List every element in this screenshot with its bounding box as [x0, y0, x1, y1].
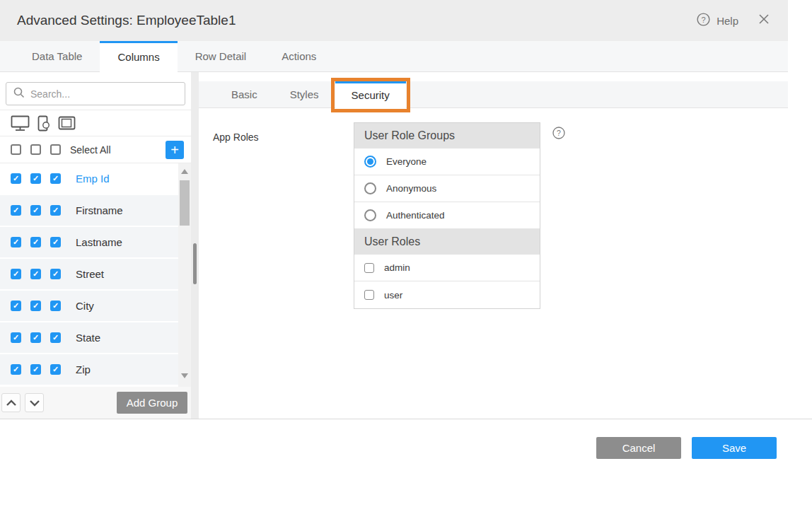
- tab-basic[interactable]: Basic: [215, 81, 274, 107]
- column-row-lastname[interactable]: Lastname: [0, 227, 178, 257]
- column-list-scrollbar[interactable]: [178, 163, 191, 387]
- column-row-state[interactable]: State: [0, 322, 178, 353]
- desktop-checkbox[interactable]: [11, 301, 21, 311]
- phone-checkbox[interactable]: [30, 364, 41, 375]
- dialog-body: Select All Emp Id Firstname: [0, 72, 788, 419]
- role-option-label: user: [384, 290, 402, 301]
- columns-panel-footer: Add Group: [0, 387, 191, 419]
- close-icon: [758, 13, 770, 28]
- tab-actions[interactable]: Actions: [264, 41, 334, 71]
- role-option-authenticated[interactable]: Authenticated: [354, 202, 540, 229]
- desktop-checkbox[interactable]: [11, 269, 21, 279]
- role-option-user[interactable]: user: [354, 281, 540, 308]
- role-option-label: Everyone: [386, 156, 427, 167]
- phone-checkbox[interactable]: [30, 301, 41, 311]
- tab-styles[interactable]: Styles: [274, 81, 335, 107]
- select-all-row: Select All: [0, 136, 191, 163]
- select-all-phone-checkbox[interactable]: [30, 144, 41, 155]
- columns-panel: Select All Emp Id Firstname: [0, 72, 191, 419]
- column-row-street[interactable]: Street: [0, 259, 178, 289]
- column-name[interactable]: Emp Id: [76, 173, 110, 185]
- authenticated-radio[interactable]: [364, 209, 376, 221]
- column-name[interactable]: City: [76, 300, 94, 312]
- select-all-desktop-checkbox[interactable]: [11, 144, 21, 155]
- tablet-checkbox[interactable]: [50, 332, 61, 343]
- column-name[interactable]: Firstname: [76, 204, 123, 216]
- role-option-anonymous[interactable]: Anonymous: [354, 175, 540, 202]
- main-tab-bar: Data Table Columns Row Detail Actions: [0, 41, 788, 72]
- scroll-down-icon[interactable]: [181, 373, 188, 378]
- app-roles-help-button[interactable]: ?: [552, 127, 565, 309]
- phone-checkbox[interactable]: [30, 173, 41, 184]
- column-row-city[interactable]: City: [0, 291, 178, 321]
- tablet-checkbox[interactable]: [50, 301, 61, 311]
- desktop-checkbox[interactable]: [11, 205, 21, 216]
- tablet-icon[interactable]: [58, 116, 76, 130]
- add-group-button[interactable]: Add Group: [117, 392, 187, 414]
- phone-checkbox[interactable]: [30, 237, 41, 247]
- panel-scrollbar[interactable]: [191, 72, 199, 419]
- search-section: [0, 72, 191, 110]
- select-all-tablet-checkbox[interactable]: [50, 144, 61, 155]
- scrollbar-thumb[interactable]: [180, 180, 190, 226]
- role-option-label: Authenticated: [386, 210, 445, 221]
- anonymous-radio[interactable]: [364, 182, 376, 194]
- column-list: Emp Id Firstname Lastname: [0, 163, 191, 387]
- desktop-icon[interactable]: [11, 115, 30, 132]
- search-icon: [13, 87, 25, 101]
- move-down-button[interactable]: [25, 393, 44, 412]
- select-all-label: Select All: [70, 144, 111, 156]
- user-role-groups-header: User Role Groups: [354, 123, 540, 148]
- user-checkbox[interactable]: [364, 290, 374, 300]
- tab-data-table[interactable]: Data Table: [14, 41, 100, 71]
- tablet-checkbox[interactable]: [50, 205, 61, 216]
- column-name[interactable]: State: [76, 332, 100, 344]
- move-up-button[interactable]: [1, 393, 21, 412]
- everyone-radio[interactable]: [364, 156, 376, 168]
- desktop-checkbox[interactable]: [11, 364, 21, 375]
- phone-checkbox[interactable]: [30, 332, 41, 343]
- help-button[interactable]: ? Help: [697, 13, 738, 28]
- sub-tab-bar: Basic Styles Security: [199, 81, 788, 108]
- role-option-everyone[interactable]: Everyone: [354, 148, 540, 175]
- dialog-header: Advanced Settings: EmployeeTable1 ? Help: [0, 0, 788, 41]
- tab-row-detail[interactable]: Row Detail: [178, 41, 265, 71]
- tablet-checkbox[interactable]: [50, 364, 61, 375]
- close-button[interactable]: [758, 13, 770, 28]
- save-button[interactable]: Save: [692, 437, 777, 459]
- scroll-up-icon[interactable]: [181, 169, 188, 174]
- tablet-checkbox[interactable]: [50, 269, 61, 279]
- role-option-label: admin: [384, 262, 410, 273]
- phone-checkbox[interactable]: [30, 269, 41, 279]
- add-column-button[interactable]: [166, 141, 184, 159]
- tablet-checkbox[interactable]: [50, 173, 61, 184]
- desktop-checkbox[interactable]: [11, 173, 21, 184]
- panel-scrollbar-thumb[interactable]: [193, 243, 197, 284]
- column-row-emp-id[interactable]: Emp Id: [0, 163, 178, 194]
- tab-columns[interactable]: Columns: [100, 41, 177, 72]
- desktop-checkbox[interactable]: [11, 332, 21, 343]
- footer-divider: [0, 419, 812, 419]
- admin-checkbox[interactable]: [364, 263, 374, 273]
- cancel-button[interactable]: Cancel: [596, 437, 681, 459]
- user-roles-header: User Roles: [354, 229, 540, 255]
- search-box: [6, 82, 185, 105]
- phone-checkbox[interactable]: [30, 205, 41, 216]
- column-row-zip[interactable]: Zip: [0, 354, 178, 385]
- role-option-admin[interactable]: admin: [354, 255, 540, 281]
- desktop-checkbox[interactable]: [11, 237, 21, 247]
- column-name[interactable]: Street: [76, 268, 104, 280]
- help-label: Help: [717, 15, 738, 27]
- tab-security[interactable]: Security: [335, 81, 406, 108]
- phone-icon[interactable]: [37, 115, 50, 132]
- security-content: App Roles User Role Groups Everyone Anon…: [199, 108, 788, 309]
- app-roles-box: User Role Groups Everyone Anonymous Auth…: [354, 122, 540, 309]
- column-row-firstname[interactable]: Firstname: [0, 195, 178, 226]
- advanced-settings-dialog: Advanced Settings: EmployeeTable1 ? Help…: [0, 0, 788, 419]
- tablet-checkbox[interactable]: [50, 237, 61, 247]
- question-icon: ?: [552, 129, 565, 141]
- column-name[interactable]: Lastname: [76, 236, 122, 248]
- column-name[interactable]: Zip: [76, 363, 91, 375]
- search-input[interactable]: [30, 88, 178, 100]
- app-roles-label: App Roles: [213, 122, 354, 309]
